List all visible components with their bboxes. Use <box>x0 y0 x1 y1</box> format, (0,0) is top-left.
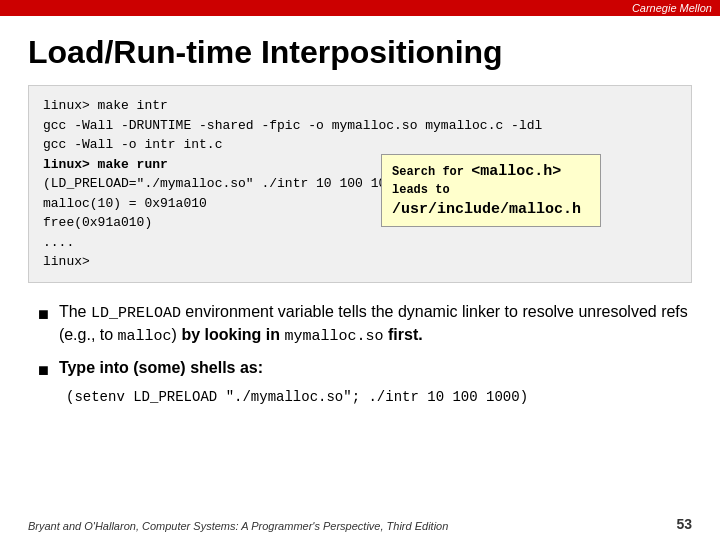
footer: Bryant and O'Hallaron, Computer Systems:… <box>28 516 692 532</box>
page-title: Load/Run-time Interpositioning <box>28 34 692 71</box>
footer-citation: Bryant and O'Hallaron, Computer Systems:… <box>28 520 448 532</box>
main-content: Load/Run-time Interpositioning linux> ma… <box>0 16 720 415</box>
bullet-icon-1: ■ <box>38 302 49 327</box>
bullet-item-1: ■ The LD_PRELOAD environment variable te… <box>38 301 692 347</box>
code-line-5: (LD_PRELOAD="./mymalloc.so" ./intr 10 10… <box>43 176 410 191</box>
footer-page: 53 <box>676 516 692 532</box>
code-block: linux> make intr gcc -Wall -DRUNTIME -sh… <box>28 85 692 283</box>
bullet2-code-text: (setenv LD_PRELOAD "./mymalloc.so"; ./in… <box>66 389 528 405</box>
brand-label: Carnegie Mellon <box>632 2 712 14</box>
code-line-9: linux> <box>43 254 90 269</box>
bullet1-bold-2: first. <box>388 326 423 343</box>
bullet-item-2: ■ Type into (some) shells as: <box>38 357 692 383</box>
bullet1-code-1: LD_PRELOAD <box>91 305 181 322</box>
code-line-1: linux> make intr <box>43 98 168 113</box>
bullet-list: ■ The LD_PRELOAD environment variable te… <box>28 301 692 405</box>
code-line-4: linux> make runr <box>43 157 168 172</box>
code-line-8: .... <box>43 235 74 250</box>
code-line-2: gcc -Wall -DRUNTIME -shared -fpic -o mym… <box>43 118 542 133</box>
bullet2-bold: Type into (some) shells as: <box>59 359 263 376</box>
bullet-icon-2: ■ <box>38 358 49 383</box>
bullet1-bold-1: by looking in <box>181 326 280 343</box>
bullet1-code-2: malloc <box>118 328 172 345</box>
bullet2-code-line: (setenv LD_PRELOAD "./mymalloc.so"; ./in… <box>66 389 692 405</box>
tooltip: Search for <malloc.h> leads to /usr/incl… <box>381 154 601 227</box>
code-line-6: malloc(10) = 0x91a010 <box>43 196 207 211</box>
bullet-text-1: The LD_PRELOAD environment variable tell… <box>59 301 692 347</box>
top-bar: Carnegie Mellon <box>0 0 720 16</box>
code-line-7: free(0x91a010) <box>43 215 152 230</box>
code-line-3: gcc -Wall -o intr int.c <box>43 137 222 152</box>
bullet-text-2: Type into (some) shells as: <box>59 357 692 379</box>
bullet1-text-part1: The <box>59 303 91 320</box>
bullet1-code-3: mymalloc.so <box>285 328 384 345</box>
bullet1-text-part3: ) <box>172 326 182 343</box>
